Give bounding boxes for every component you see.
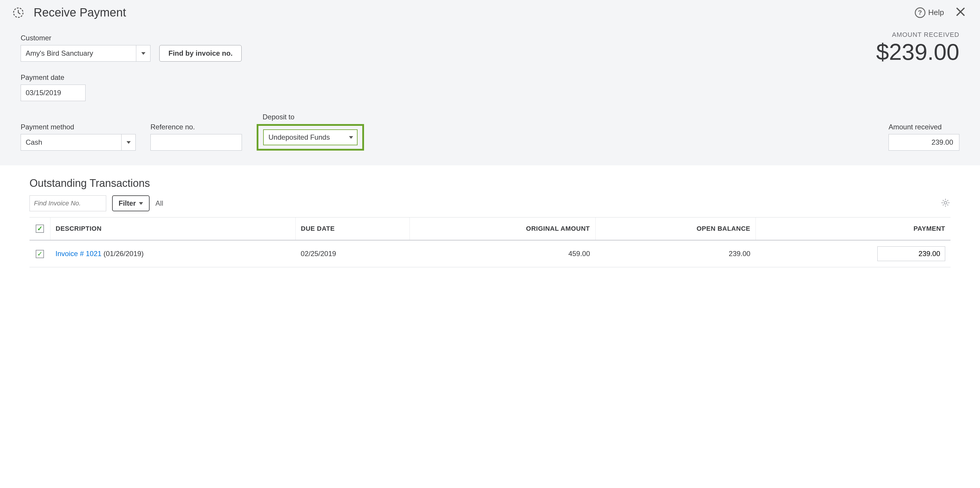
reference-no-label: Reference no. xyxy=(150,123,242,131)
transactions-table: ✓ DESCRIPTION DUE DATE ORIGINAL AMOUNT O… xyxy=(30,217,950,267)
filter-scope: All xyxy=(156,199,164,208)
row-due-date: 02/25/2019 xyxy=(295,240,410,267)
payment-method-select[interactable]: Cash xyxy=(21,134,136,151)
gear-icon[interactable] xyxy=(940,198,950,209)
col-due-date: DUE DATE xyxy=(295,217,410,241)
svg-point-1 xyxy=(944,201,947,204)
amount-value: $239.00 xyxy=(876,40,959,63)
payment-method-value: Cash xyxy=(21,135,121,150)
row-payment-input[interactable] xyxy=(877,246,945,261)
row-checkbox[interactable]: ✓ xyxy=(36,250,44,258)
outstanding-transactions-section: Outstanding Transactions Filter All ✓ DE… xyxy=(0,165,980,267)
payment-date-input[interactable] xyxy=(21,85,86,101)
table-row: ✓ Invoice # 1021 (01/26/2019) 02/25/2019… xyxy=(30,240,950,267)
customer-select[interactable]: Amy's Bird Sanctuary xyxy=(21,45,150,62)
outstanding-transactions-title: Outstanding Transactions xyxy=(30,177,950,190)
close-button[interactable] xyxy=(953,6,968,19)
chevron-down-icon xyxy=(139,202,143,205)
help-button[interactable]: ? Help xyxy=(915,7,944,18)
filter-button[interactable]: Filter xyxy=(112,195,150,211)
deposit-to-highlight: Undeposited Funds xyxy=(257,124,364,151)
row-original-amount: 459.00 xyxy=(410,240,595,267)
reference-no-input[interactable] xyxy=(150,134,242,151)
amount-received-label: Amount received xyxy=(889,123,959,131)
form-top-section: Customer Amy's Bird Sanctuary Find by in… xyxy=(0,25,980,165)
chevron-down-icon[interactable] xyxy=(121,135,135,150)
select-all-checkbox[interactable]: ✓ xyxy=(36,225,44,233)
invoice-date-suffix: (01/26/2019) xyxy=(102,250,144,258)
col-original-amount: ORIGINAL AMOUNT xyxy=(410,217,595,241)
amount-received-input[interactable] xyxy=(889,134,959,151)
page-header: Receive Payment ? Help xyxy=(0,0,980,25)
chevron-down-icon[interactable] xyxy=(136,45,150,61)
history-icon[interactable] xyxy=(12,6,25,19)
find-by-invoice-button[interactable]: Find by invoice no. xyxy=(159,45,242,62)
deposit-to-value: Undeposited Funds xyxy=(264,130,345,145)
customer-value: Amy's Bird Sanctuary xyxy=(21,45,136,61)
deposit-to-select[interactable]: Undeposited Funds xyxy=(263,129,358,145)
col-description: DESCRIPTION xyxy=(50,217,295,241)
help-label: Help xyxy=(928,8,944,17)
amount-caption: AMOUNT RECEIVED xyxy=(876,31,959,39)
row-open-balance: 239.00 xyxy=(595,240,756,267)
amount-received-display: AMOUNT RECEIVED $239.00 xyxy=(876,31,959,63)
col-payment: PAYMENT xyxy=(756,217,950,241)
payment-date-label: Payment date xyxy=(21,73,86,82)
payment-method-label: Payment method xyxy=(21,123,136,131)
filter-label: Filter xyxy=(119,199,136,208)
customer-label: Customer xyxy=(21,34,150,42)
deposit-to-label: Deposit to xyxy=(262,113,364,121)
page-title: Receive Payment xyxy=(33,6,915,19)
col-open-balance: OPEN BALANCE xyxy=(595,217,756,241)
find-invoice-input[interactable] xyxy=(30,195,106,211)
chevron-down-icon[interactable] xyxy=(345,130,357,145)
invoice-link[interactable]: Invoice # 1021 xyxy=(56,250,102,258)
help-icon: ? xyxy=(915,7,926,18)
